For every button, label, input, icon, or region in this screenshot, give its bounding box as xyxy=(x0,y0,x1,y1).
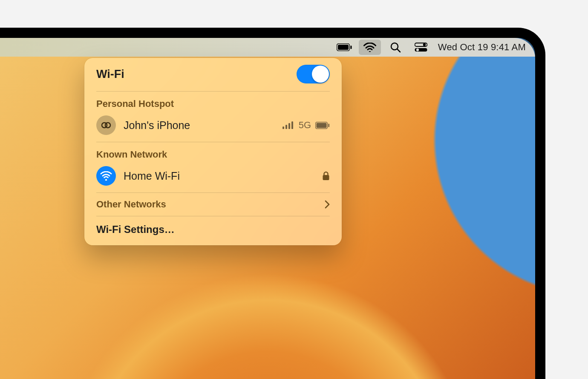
svg-point-10 xyxy=(105,123,110,128)
svg-rect-11 xyxy=(282,126,284,129)
wifi-toggle[interactable] xyxy=(297,65,330,83)
menubar-control-center-icon[interactable] xyxy=(410,40,432,55)
svg-rect-17 xyxy=(329,123,330,127)
wifi-network-icon xyxy=(96,166,116,186)
hotspot-name: John's iPhone xyxy=(124,119,190,132)
svg-rect-14 xyxy=(291,121,293,129)
lock-icon xyxy=(322,171,330,181)
menubar: Wed Oct 19 9:41 AM xyxy=(0,38,535,57)
svg-rect-2 xyxy=(350,46,352,49)
wifi-settings-label: Wi-Fi Settings… xyxy=(96,224,175,235)
svg-point-8 xyxy=(416,49,419,51)
known-network-row[interactable]: Home Wi-Fi xyxy=(96,163,330,193)
wifi-settings-row[interactable]: Wi-Fi Settings… xyxy=(96,216,330,239)
signal-bars-icon xyxy=(282,121,294,129)
hotspot-row[interactable]: John's iPhone 5G xyxy=(96,112,330,142)
toggle-knob xyxy=(312,66,329,83)
battery-icon xyxy=(315,122,330,129)
wifi-header: Wi-Fi xyxy=(96,65,330,92)
svg-point-6 xyxy=(423,43,426,46)
menubar-battery-icon[interactable] xyxy=(333,40,355,55)
svg-rect-13 xyxy=(288,123,290,129)
menubar-clock[interactable]: Wed Oct 19 9:41 AM xyxy=(435,42,528,53)
svg-line-4 xyxy=(397,49,400,52)
section-known-label: Known Network xyxy=(96,142,330,163)
svg-rect-1 xyxy=(338,45,349,50)
device-bezel: Wed Oct 19 9:41 AM Wi-Fi Personal Hotspo… xyxy=(0,28,545,379)
known-network-name: Home Wi-Fi xyxy=(124,170,180,182)
svg-rect-16 xyxy=(317,123,327,128)
wifi-title: Wi-Fi xyxy=(96,68,124,81)
other-networks-row[interactable]: Other Networks xyxy=(96,193,330,216)
section-hotspot-label: Personal Hotspot xyxy=(96,92,330,112)
chevron-right-icon xyxy=(325,200,330,209)
hotspot-status: 5G xyxy=(282,120,330,131)
network-badge: 5G xyxy=(299,120,311,131)
menubar-search-icon[interactable] xyxy=(384,40,406,55)
svg-rect-12 xyxy=(285,125,287,129)
svg-rect-18 xyxy=(323,175,329,180)
desktop: Wed Oct 19 9:41 AM Wi-Fi Personal Hotspo… xyxy=(0,38,535,379)
other-networks-label: Other Networks xyxy=(96,199,166,210)
hotspot-icon xyxy=(96,115,116,135)
wifi-popover: Wi-Fi Personal Hotspot John's iPhone xyxy=(84,58,342,245)
menubar-wifi-icon[interactable] xyxy=(359,40,381,55)
